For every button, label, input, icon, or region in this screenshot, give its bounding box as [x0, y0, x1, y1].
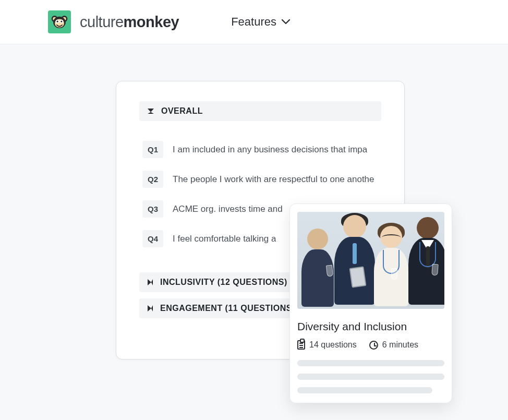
template-card[interactable]: Diversity and Inclusion 14 questions 6 m…	[289, 203, 452, 403]
clipboard-icon	[297, 340, 305, 350]
question-tag: Q2	[142, 171, 163, 188]
template-card-title: Diversity and Inclusion	[297, 320, 444, 333]
monkey-icon	[51, 13, 68, 31]
meta-duration: 6 minutes	[369, 340, 418, 350]
brand-wordmark: culturemonkey	[80, 14, 179, 31]
brand-wordmark-light: culture	[80, 14, 124, 30]
question-row[interactable]: Q2 The people I work with are respectful…	[139, 164, 381, 194]
skeleton-line	[297, 360, 444, 366]
meta-questions: 14 questions	[297, 340, 357, 350]
nav-features-dropdown[interactable]: Features	[231, 15, 290, 29]
brand-wordmark-bold: monkey	[124, 14, 179, 30]
svg-point-8	[57, 21, 58, 22]
top-nav-bar: culturemonkey Features	[0, 0, 508, 44]
chevron-down-icon	[282, 19, 290, 25]
question-text: I am included in any business decisions …	[173, 145, 367, 155]
caret-right-icon	[148, 305, 153, 311]
content-stage: OVERALL Q1 I am included in any business…	[0, 44, 508, 420]
caret-down-icon	[148, 109, 154, 114]
meta-questions-text: 14 questions	[309, 340, 357, 350]
caret-right-icon	[148, 279, 153, 285]
section-label: INCLUSIVITY (12 QUESTIONS)	[160, 278, 287, 287]
question-text: I feel comfortable talking a	[173, 234, 276, 244]
question-text: ACME org. invests time and	[173, 204, 283, 214]
question-text: The people I work with are respectful to…	[173, 174, 374, 185]
section-header-overall[interactable]: OVERALL	[139, 101, 381, 121]
template-card-meta: 14 questions 6 minutes	[297, 340, 444, 350]
clock-icon	[369, 341, 378, 350]
svg-point-9	[61, 21, 62, 22]
skeleton-line	[297, 374, 444, 380]
meta-duration-text: 6 minutes	[382, 340, 418, 350]
skeleton-line	[297, 387, 432, 393]
template-card-image	[297, 212, 444, 309]
question-row[interactable]: Q1 I am included in any business decisio…	[139, 135, 381, 164]
brand-logo-mark	[48, 10, 71, 33]
section-label: OVERALL	[161, 106, 203, 116]
question-tag: Q3	[142, 200, 163, 218]
section-label: ENGAGEMENT (11 QUESTIONS)	[160, 304, 295, 313]
question-tag: Q4	[142, 230, 163, 247]
nav-features-label: Features	[231, 15, 276, 29]
question-tag: Q1	[142, 141, 163, 158]
brand-logo[interactable]: culturemonkey	[48, 10, 179, 33]
